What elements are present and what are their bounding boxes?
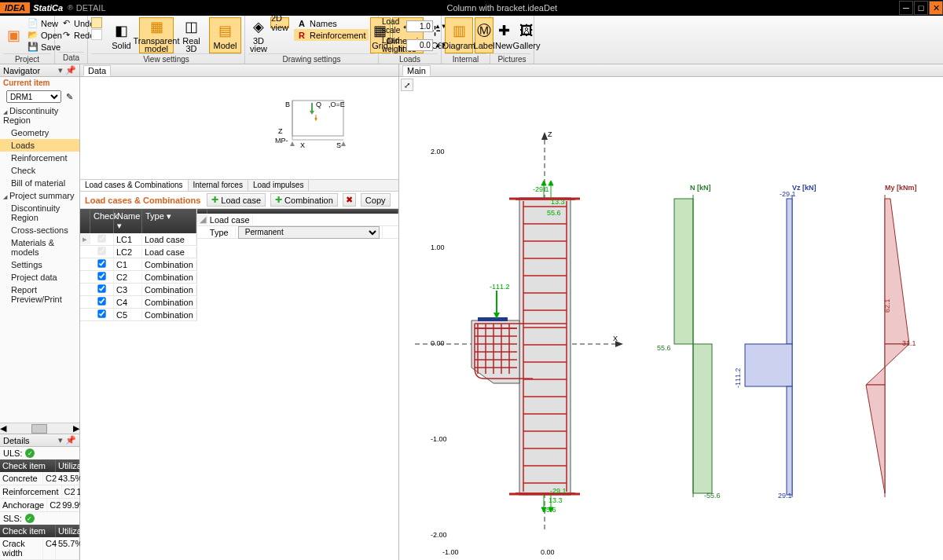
svg-rect-93: [745, 344, 792, 386]
svg-text:X: X: [613, 335, 618, 342]
add-combination-button[interactable]: ✚Combination: [270, 193, 338, 207]
copy-button[interactable]: Copy: [361, 193, 391, 207]
svg-text:X: X: [300, 141, 305, 149]
tree-discontinuity[interactable]: Discontinuity Region: [0, 104, 79, 126]
svg-text:Z: Z: [278, 127, 283, 135]
delete-button[interactable]: ✖: [343, 193, 356, 207]
sls-row[interactable]: Crack widthC455.7%: [0, 537, 79, 560]
nav-hscroll[interactable]: ◀▶: [0, 423, 79, 434]
tree-bom[interactable]: Bill of material: [0, 177, 79, 189]
current-item-select[interactable]: DRM1: [6, 90, 61, 103]
lc-check[interactable]: [97, 234, 105, 242]
svg-marker-100: [885, 199, 909, 344]
pin-icon[interactable]: ▾ 📌: [58, 65, 76, 75]
svg-rect-92: [787, 199, 792, 344]
svg-text:-2.00: -2.00: [431, 531, 447, 539]
lc-section-title: Load cases & Combinations: [80, 193, 205, 207]
view-mode-icon[interactable]: [91, 17, 102, 28]
check-ok-icon: ✓: [25, 448, 35, 458]
tree-ps-cs[interactable]: Cross-sections: [0, 224, 79, 236]
tree-loads[interactable]: Loads: [0, 139, 79, 152]
lc-check[interactable]: [97, 284, 105, 292]
svg-marker-101: [866, 344, 909, 385]
tree-ps-pd[interactable]: Project data: [0, 271, 79, 284]
close-button[interactable]: ✕: [929, 1, 943, 15]
view-mode-icon-2[interactable]: [91, 29, 102, 40]
tree-ps-dr[interactable]: Discontinuity Region: [0, 202, 79, 224]
svg-text:N [kN]: N [kN]: [690, 184, 711, 192]
schematic-view: Q ,O=E B Z X S MP-: [80, 77, 398, 179]
expand-button[interactable]: ⤢: [401, 79, 413, 91]
svg-text:55.6: 55.6: [542, 506, 556, 514]
edit-icon[interactable]: ✎: [66, 92, 73, 102]
svg-text:55.6: 55.6: [547, 209, 561, 217]
lc-check[interactable]: [97, 309, 105, 317]
loadcase-type-select[interactable]: Permanent: [238, 226, 380, 239]
lc-row[interactable]: ▸LC1Load case: [80, 233, 196, 246]
lc-row[interactable]: LC2Load case: [80, 246, 196, 258]
svg-marker-14: [290, 141, 295, 146]
details-pin-icon[interactable]: ▾ 📌: [58, 435, 76, 445]
maximize-button[interactable]: □: [914, 1, 928, 15]
tree-reinforcement[interactable]: Reinforcement: [0, 152, 79, 164]
main-panel: Main ⤢ 2.00 1.00 0.00 -1.00 -2.00 -1.00 …: [399, 64, 943, 560]
tab-load-impulses[interactable]: Load impulses: [248, 180, 309, 191]
tab-loadcases[interactable]: Load cases & Combinations: [80, 180, 189, 191]
load-scale-input[interactable]: [406, 20, 433, 32]
uls-row[interactable]: ReinforcementC2100.0%: [0, 485, 79, 499]
svg-rect-85: [674, 199, 693, 344]
gallery-button[interactable]: 🖼Gallery: [516, 17, 538, 53]
svg-text:S: S: [336, 141, 341, 149]
lc-row[interactable]: C3Combination: [80, 284, 196, 296]
details-title: Details: [3, 436, 30, 445]
logo: IDEA: [0, 2, 30, 13]
tree-check[interactable]: Check: [0, 164, 79, 177]
tree-project-summary[interactable]: Project summary: [0, 189, 79, 202]
svg-marker-73: [549, 181, 553, 185]
data-subtabs: Load cases & Combinations Internal force…: [80, 179, 398, 192]
svg-text:Q: Q: [316, 101, 321, 108]
svg-text:13.3: 13.3: [549, 496, 563, 504]
transparent-model-button[interactable]: ▦Transparent model: [139, 17, 174, 53]
lc-check[interactable]: [97, 297, 105, 305]
real3d-button[interactable]: ◫Real 3D: [175, 17, 207, 53]
data-tab[interactable]: Data: [83, 65, 111, 76]
uls-row[interactable]: ConcreteC243.5%: [0, 472, 79, 485]
uls-row[interactable]: AnchorageC299.9%: [0, 499, 79, 512]
2dview-button[interactable]: 2D view: [270, 17, 289, 28]
names-toggle[interactable]: ANames: [294, 17, 369, 29]
minimize-button[interactable]: ─: [899, 1, 913, 15]
svg-rect-86: [693, 344, 712, 493]
lc-row[interactable]: C2Combination: [80, 271, 196, 284]
lc-check[interactable]: [97, 247, 105, 254]
tab-internal-forces[interactable]: Internal forces: [189, 180, 248, 191]
reinforcement-toggle[interactable]: RReinforcement: [294, 29, 369, 41]
svg-text:0.00: 0.00: [431, 339, 445, 347]
lc-row[interactable]: C5Combination: [80, 309, 196, 321]
svg-text:29.1: 29.1: [778, 492, 792, 500]
lc-check[interactable]: [97, 272, 105, 280]
lc-row[interactable]: C1Combination: [80, 258, 196, 271]
3dview-button[interactable]: ◈3D view: [248, 17, 269, 53]
tree-geometry[interactable]: Geometry: [0, 126, 79, 139]
diagram-canvas[interactable]: 2.00 1.00 0.00 -1.00 -2.00 -1.00 0.00 Z …: [399, 93, 943, 560]
lc-check[interactable]: [97, 259, 105, 267]
tree-ps-mm[interactable]: Materials & models: [0, 236, 79, 258]
tree-ps-set[interactable]: Settings: [0, 258, 79, 271]
new-pic-button[interactable]: ✚New: [494, 17, 514, 53]
load-weight-input[interactable]: [406, 39, 433, 51]
svg-text:31.1: 31.1: [902, 339, 916, 347]
uls-table-header: Check itemUtilization: [0, 459, 79, 472]
svg-text:MP-: MP-: [275, 137, 288, 145]
svg-text:13.3: 13.3: [551, 198, 565, 206]
diagram-button[interactable]: ▥Diagram: [445, 17, 473, 53]
svg-text:2.00: 2.00: [431, 148, 445, 156]
main-tab[interactable]: Main: [402, 65, 431, 76]
add-loadcase-button[interactable]: ✚Load case: [207, 193, 266, 207]
svg-text:-29.1: -29.1: [550, 487, 567, 495]
lc-row[interactable]: C4Combination: [80, 296, 196, 309]
sls-table-header: Check itemUtilization: [0, 525, 79, 537]
file-button[interactable]: ▣: [3, 17, 24, 53]
tree-ps-rpt[interactable]: Report Preview/Print: [0, 284, 79, 306]
model-button[interactable]: ▤Model: [209, 17, 241, 53]
